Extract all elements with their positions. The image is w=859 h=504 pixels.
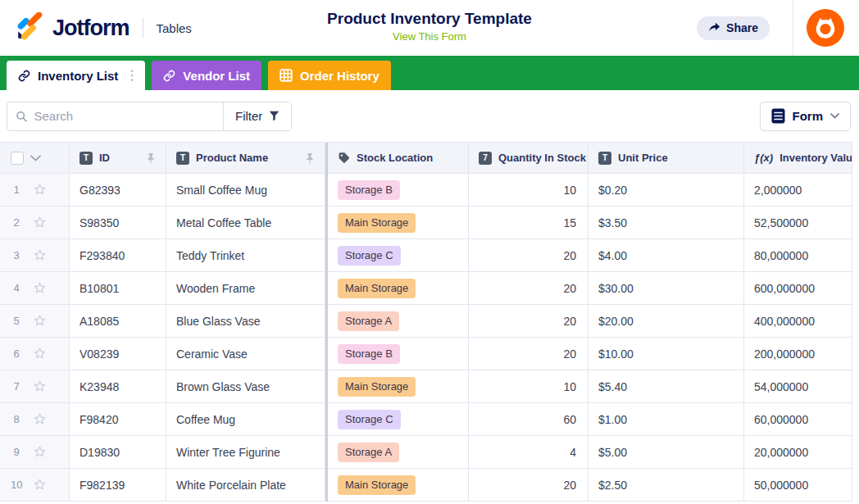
table-row: 3 F293840 Teddy Trinket Storage C 20 $4.… [0, 239, 852, 272]
cell-unit-price[interactable]: $4.00 [589, 239, 744, 272]
cell-id[interactable]: B10801 [70, 272, 166, 305]
cell-product-name[interactable]: Blue Glass Vase [166, 305, 325, 338]
cell-id[interactable]: F98420 [70, 403, 166, 436]
tab-order-history[interactable]: Order History [268, 61, 391, 90]
cell-id[interactable]: S98350 [70, 207, 166, 239]
cell-inventory-value[interactable]: 200,000000 [744, 338, 852, 370]
column-header-product-name[interactable]: T Product Name [166, 143, 325, 174]
cell-quantity[interactable]: 20 [469, 239, 589, 272]
cell-stock-location[interactable]: Storage A [328, 436, 469, 469]
cell-stock-location[interactable]: Main Storage [328, 272, 469, 305]
cell-quantity[interactable]: 20 [469, 305, 589, 338]
pin-icon[interactable] [146, 152, 156, 164]
cell-inventory-value[interactable]: 60,000000 [744, 403, 852, 436]
star-icon[interactable] [33, 412, 47, 426]
cell-product-name[interactable]: Winter Tree Figurine [166, 436, 325, 469]
cell-unit-price[interactable]: $3.50 [589, 207, 744, 239]
cell-inventory-value[interactable]: 54,000000 [744, 370, 852, 403]
cell-product-name[interactable]: Coffee Mug [166, 403, 325, 436]
cell-product-name[interactable]: Teddy Trinket [166, 239, 325, 272]
cell-stock-location[interactable]: Main Storage [328, 207, 469, 239]
cell-stock-location[interactable]: Main Storage [328, 469, 469, 502]
header-divider [793, 0, 793, 56]
cell-unit-price[interactable]: $5.40 [589, 370, 744, 403]
column-header-quantity[interactable]: 7 Quantity In Stock [469, 143, 589, 174]
share-button[interactable]: Share [697, 16, 770, 40]
cell-id[interactable]: G82393 [70, 174, 166, 207]
cell-quantity[interactable]: 15 [469, 207, 589, 239]
cell-quantity[interactable]: 20 [469, 272, 589, 305]
cell-id[interactable]: V08239 [70, 338, 166, 370]
column-header-id[interactable]: T ID [70, 143, 166, 174]
cell-id[interactable]: F982139 [70, 469, 166, 502]
view-this-form-link[interactable]: View This Form [327, 30, 532, 43]
cell-quantity[interactable]: 4 [469, 436, 589, 469]
cell-product-name[interactable]: Small Coffee Mug [166, 174, 325, 207]
avatar-mascot-icon [811, 14, 839, 42]
cell-stock-location[interactable]: Storage A [328, 305, 469, 338]
brand[interactable]: Jotform [0, 12, 130, 43]
cell-unit-price[interactable]: $30.00 [589, 272, 744, 305]
cell-product-name[interactable]: Brown Glass Vase [166, 370, 325, 403]
column-label: Inventory Value [779, 152, 852, 164]
column-header-inventory-value[interactable]: ƒ(x) Inventory Value [744, 143, 852, 174]
cell-unit-price[interactable]: $2.50 [589, 469, 744, 502]
cell-quantity[interactable]: 60 [469, 403, 589, 436]
pin-icon[interactable] [305, 152, 315, 164]
cell-id[interactable]: D19830 [70, 436, 166, 469]
search-input[interactable] [34, 109, 215, 123]
column-header-unit-price[interactable]: T Unit Price [589, 143, 744, 174]
cell-quantity[interactable]: 10 [469, 174, 589, 207]
cell-stock-location[interactable]: Storage C [328, 403, 469, 436]
cell-id[interactable]: F293840 [70, 239, 166, 272]
form-button[interactable]: Form [760, 102, 852, 131]
column-header-stock-location[interactable]: Stock Location [328, 143, 469, 174]
star-icon[interactable] [33, 216, 47, 229]
star-icon[interactable] [33, 248, 47, 262]
cell-quantity[interactable]: 20 [469, 469, 589, 502]
cell-id[interactable]: K23948 [70, 370, 166, 403]
cell-inventory-value[interactable]: 2,000000 [744, 174, 852, 207]
star-icon[interactable] [33, 445, 47, 459]
cell-stock-location[interactable]: Storage B [328, 174, 469, 207]
jotform-logo-icon [15, 12, 46, 43]
cell-unit-price[interactable]: $1.00 [589, 403, 744, 436]
cell-id[interactable]: A18085 [70, 305, 166, 338]
star-icon[interactable] [33, 281, 47, 295]
star-icon[interactable] [33, 314, 47, 328]
cell-inventory-value[interactable]: 52,500000 [744, 207, 852, 239]
star-icon[interactable] [33, 478, 47, 492]
tab-menu-kebab-icon[interactable] [130, 69, 134, 82]
cell-quantity[interactable]: 10 [469, 370, 589, 403]
chevron-down-icon[interactable] [30, 155, 41, 161]
select-all-checkbox[interactable] [11, 152, 24, 165]
cell-unit-price[interactable]: $10.00 [589, 338, 744, 370]
cell-unit-price[interactable]: $20.00 [589, 305, 744, 338]
cell-stock-location[interactable]: Storage C [328, 239, 469, 272]
cell-product-name[interactable]: Wooden Frame [166, 272, 325, 305]
filter-button[interactable]: Filter [223, 102, 291, 130]
cell-unit-price[interactable]: $5.00 [589, 436, 744, 469]
share-label: Share [726, 21, 758, 34]
row-number: 9 [11, 446, 22, 458]
cell-inventory-value[interactable]: 400,000000 [744, 305, 852, 338]
cell-stock-location[interactable]: Storage B [328, 338, 469, 370]
star-icon[interactable] [33, 183, 47, 197]
cell-product-name[interactable]: Metal Coffee Table [166, 207, 325, 239]
cell-quantity[interactable]: 20 [469, 338, 589, 370]
cell-inventory-value[interactable]: 50,000000 [744, 469, 852, 502]
cell-product-name[interactable]: White Porcelain Plate [166, 469, 325, 502]
cell-inventory-value[interactable]: 20,000000 [744, 436, 852, 469]
star-icon[interactable] [33, 347, 47, 361]
star-icon[interactable] [33, 379, 47, 393]
sheet-tabbar: Inventory List Vendor List Order History [0, 56, 859, 90]
cell-inventory-value[interactable]: 600,000000 [744, 272, 852, 305]
tab-inventory-list[interactable]: Inventory List [7, 61, 145, 90]
cell-product-name[interactable]: Ceramic Vase [166, 338, 325, 370]
cell-stock-location[interactable]: Main Storage [328, 370, 469, 403]
user-avatar[interactable] [807, 9, 844, 47]
table-toolbar: Filter Form [0, 90, 859, 142]
tab-vendor-list[interactable]: Vendor List [152, 61, 261, 90]
cell-inventory-value[interactable]: 80,000000 [744, 239, 852, 272]
cell-unit-price[interactable]: $0.20 [589, 174, 744, 207]
